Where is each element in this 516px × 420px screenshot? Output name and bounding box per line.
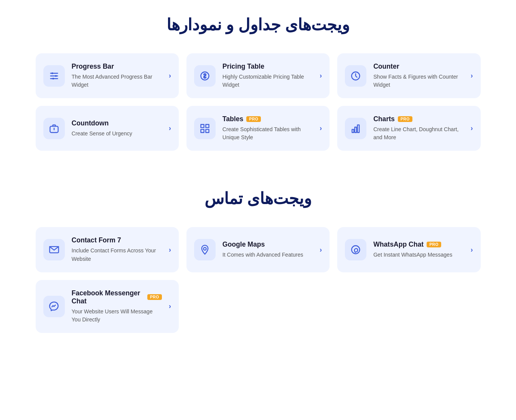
widget-desc-tables: Create Sophisticated Tables with Unique … (223, 125, 313, 142)
chevron-facebook-messenger: › (169, 302, 171, 310)
chevron-counter: › (471, 72, 473, 80)
phone-icon (345, 239, 366, 260)
widget-card-counter[interactable]: CounterShow Facts & Figures with Counter… (337, 53, 480, 98)
widget-title-contact-form-7: Contact Form 7 (72, 236, 162, 244)
bar-chart-icon (345, 118, 366, 139)
svg-point-4 (55, 75, 57, 77)
section-contact: ویجت‌های تماس Contact Form 7Include Cont… (36, 189, 481, 333)
widget-card-charts[interactable]: ChartsPROCreate Line Chart, Doughnut Cha… (337, 106, 480, 151)
widget-card-google-maps[interactable]: Google MapsIt Comes with Advanced Featur… (186, 227, 330, 272)
svg-point-3 (51, 72, 53, 74)
widget-title-text-tables: Tables (223, 115, 243, 123)
chevron-countdown: › (169, 124, 171, 132)
widget-title-charts: ChartsPRO (373, 115, 463, 123)
widget-content-counter: CounterShow Facts & Figures with Counter… (373, 63, 463, 89)
chevron-tables: › (320, 124, 322, 132)
envelope-icon (43, 239, 65, 260)
pro-badge-facebook-messenger: PRO (147, 294, 162, 300)
widget-desc-charts: Create Line Chart, Doughnut Chart, and M… (373, 125, 463, 142)
widget-desc-pricing-table: Highly Customizable Pricing Table Widget (223, 73, 313, 89)
widget-content-whatsapp-chat: WhatsApp ChatPROGet Instant WhatsApp Mes… (373, 240, 463, 259)
widget-title-text-charts: Charts (373, 115, 395, 123)
pro-badge-whatsapp-chat: PRO (427, 242, 441, 247)
widget-title-facebook-messenger: Facebook Messenger ChatPRO (72, 289, 162, 305)
widget-title-google-maps: Google Maps (223, 240, 313, 249)
widget-card-progress-bar[interactable]: Progress BarThe Most Advanced Progress B… (36, 53, 179, 98)
widget-content-pricing-table: Pricing TableHighly Customizable Pricing… (223, 63, 313, 89)
widget-title-text-whatsapp-chat: WhatsApp Chat (373, 240, 424, 249)
widget-title-text-counter: Counter (373, 63, 399, 71)
location-icon (194, 239, 216, 260)
pro-badge-charts: PRO (398, 116, 412, 122)
widget-desc-facebook-messenger: Your Website Users Will Message You Dire… (72, 308, 162, 324)
chevron-google-maps: › (320, 246, 322, 254)
widget-grid-tables-charts: Progress BarThe Most Advanced Progress B… (36, 53, 481, 151)
dollar-icon (194, 65, 216, 87)
grid-icon (194, 118, 216, 139)
pro-badge-tables: PRO (246, 116, 261, 122)
svg-rect-15 (355, 127, 357, 132)
widget-desc-progress-bar: The Most Advanced Progress Bar Widget (72, 73, 162, 89)
widget-card-whatsapp-chat[interactable]: WhatsApp ChatPROGet Instant WhatsApp Mes… (337, 227, 480, 272)
messenger-icon (43, 296, 65, 317)
widget-title-whatsapp-chat: WhatsApp ChatPRO (373, 240, 463, 249)
widget-title-text-progress-bar: Progress Bar (72, 63, 114, 71)
svg-rect-11 (206, 124, 209, 127)
widget-content-charts: ChartsPROCreate Line Chart, Doughnut Cha… (373, 115, 463, 142)
widget-grid-contact: Contact Form 7Include Contact Forms Acro… (36, 227, 481, 333)
widget-content-contact-form-7: Contact Form 7Include Contact Forms Acro… (72, 236, 162, 263)
sliders-icon (43, 65, 65, 87)
chevron-contact-form-7: › (169, 246, 171, 254)
chevron-progress-bar: › (169, 72, 171, 80)
widget-content-tables: TablesPROCreate Sophisticated Tables wit… (223, 115, 313, 142)
chevron-charts: › (471, 124, 473, 132)
widget-title-text-google-maps: Google Maps (223, 240, 265, 249)
page-wrapper: ویجت‌های جداول و نمودارها Progress BarTh… (28, 0, 488, 379)
svg-rect-16 (358, 125, 359, 132)
widget-title-tables: TablesPRO (223, 115, 313, 123)
widget-desc-contact-form-7: Include Contact Forms Across Your Websit… (72, 247, 162, 263)
widget-desc-whatsapp-chat: Get Instant WhatsApp Messages (373, 251, 463, 259)
widget-title-counter: Counter (373, 63, 463, 71)
widget-card-facebook-messenger[interactable]: Facebook Messenger ChatPROYour Website U… (36, 280, 179, 333)
widget-title-progress-bar: Progress Bar (72, 63, 162, 71)
widget-title-text-contact-form-7: Contact Form 7 (72, 236, 121, 244)
svg-rect-14 (352, 129, 354, 132)
widget-desc-counter: Show Facts & Figures with Counter Widget (373, 73, 463, 89)
section-spacer (36, 174, 481, 189)
chevron-pricing-table: › (320, 72, 322, 80)
widget-title-text-countdown: Countdown (72, 119, 109, 127)
clock-icon (345, 65, 366, 87)
widget-card-contact-form-7[interactable]: Contact Form 7Include Contact Forms Acro… (36, 227, 179, 272)
svg-point-5 (52, 77, 54, 79)
svg-rect-13 (206, 129, 209, 132)
svg-point-18 (203, 247, 206, 250)
section-tables-charts: ویجت‌های جداول و نمودارها Progress BarTh… (36, 15, 481, 151)
widget-title-text-pricing-table: Pricing Table (223, 63, 264, 71)
widget-content-countdown: CountdownCreate Sense of Urgency (72, 119, 162, 138)
widget-title-pricing-table: Pricing Table (223, 63, 313, 71)
widget-title-text-facebook-messenger: Facebook Messenger Chat (72, 289, 144, 305)
section-title-contact: ویجت‌های تماس (36, 189, 481, 208)
timer-icon (43, 118, 65, 139)
widget-content-google-maps: Google MapsIt Comes with Advanced Featur… (223, 240, 313, 259)
widget-title-countdown: Countdown (72, 119, 162, 127)
widget-card-pricing-table[interactable]: Pricing TableHighly Customizable Pricing… (186, 53, 330, 98)
widget-desc-google-maps: It Comes with Advanced Features (223, 251, 313, 259)
chevron-whatsapp-chat: › (471, 246, 473, 254)
svg-rect-12 (201, 129, 204, 132)
widget-card-tables[interactable]: TablesPROCreate Sophisticated Tables wit… (186, 106, 330, 151)
section-title-tables-charts: ویجت‌های جداول و نمودارها (36, 15, 481, 34)
widget-desc-countdown: Create Sense of Urgency (72, 130, 162, 138)
svg-rect-10 (201, 124, 204, 127)
widget-content-progress-bar: Progress BarThe Most Advanced Progress B… (72, 63, 162, 89)
widget-content-facebook-messenger: Facebook Messenger ChatPROYour Website U… (72, 289, 162, 324)
widget-card-countdown[interactable]: CountdownCreate Sense of Urgency› (36, 106, 179, 151)
